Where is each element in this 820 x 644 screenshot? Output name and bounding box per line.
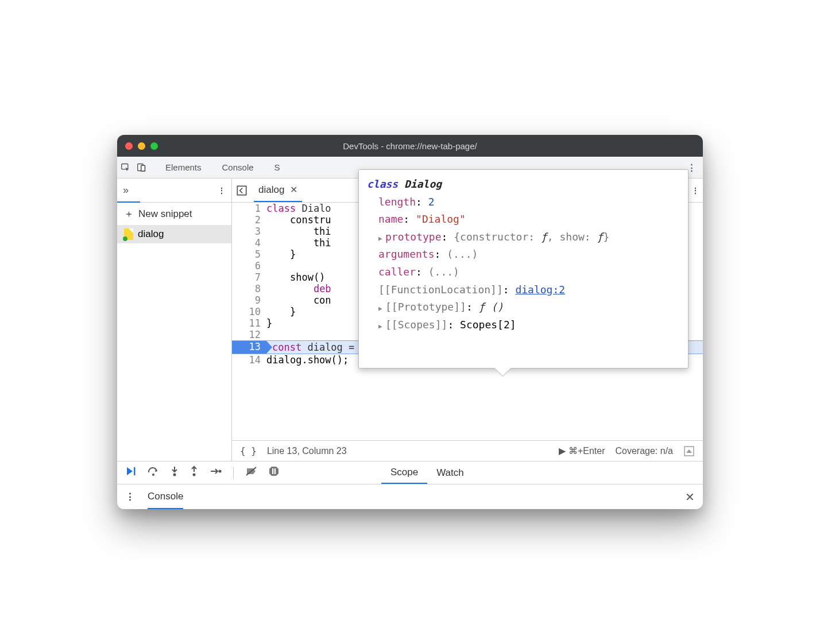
coverage-label: Coverage: n/a <box>615 446 673 456</box>
editor-menu-icon[interactable] <box>691 186 699 195</box>
nav-back-icon[interactable] <box>235 184 248 197</box>
code-line: con <box>266 294 331 306</box>
code-line: dialog.show(); <box>266 354 349 366</box>
code-line: } <box>266 306 296 317</box>
tab-elements[interactable]: Elements <box>155 157 212 178</box>
coverage-toggle-icon[interactable] <box>683 445 695 457</box>
devtools-window: DevTools - chrome://new-tab-page/ Elemen… <box>117 135 703 509</box>
code-line: } <box>266 317 272 329</box>
minimize-window-button[interactable] <box>138 142 145 150</box>
svg-rect-6 <box>134 467 136 475</box>
editor-statusbar: { } Line 13, Column 23 ▶ ⌘+Enter Coverag… <box>232 440 703 461</box>
close-drawer-icon[interactable]: ✕ <box>685 490 695 504</box>
svg-rect-12 <box>272 468 273 474</box>
close-window-button[interactable] <box>125 142 133 150</box>
svg-point-9 <box>193 474 196 476</box>
scope-pane-tab[interactable]: Scope <box>381 461 427 484</box>
object-preview-popover: class Dialog length: 2 name: "Dialog" pr… <box>358 169 689 368</box>
close-tab-icon[interactable]: ✕ <box>290 184 297 195</box>
navigator-expand-icon[interactable]: » <box>123 184 129 196</box>
window-title: DevTools - chrome://new-tab-page/ <box>117 141 703 151</box>
svg-point-10 <box>219 470 222 473</box>
plus-icon: ＋ <box>124 207 134 220</box>
navigator-menu-icon[interactable] <box>218 186 226 195</box>
pretty-print-icon[interactable]: { } <box>240 445 257 456</box>
navigator-sidebar: ＋ New snippet dialog <box>117 203 232 461</box>
function-location-link[interactable]: dialog:2 <box>515 284 565 296</box>
debugger-panes: Scope Watch <box>381 461 703 484</box>
snippet-item-label: dialog <box>138 228 164 240</box>
new-snippet-button[interactable]: ＋ New snippet <box>117 203 231 225</box>
code-line: constru <box>266 214 331 226</box>
svg-point-8 <box>173 474 176 476</box>
file-tab-dialog[interactable]: dialog ✕ <box>254 179 302 202</box>
resume-icon[interactable] <box>125 465 137 480</box>
device-toolbar-icon[interactable] <box>133 162 149 172</box>
watch-pane-tab[interactable]: Watch <box>427 461 473 484</box>
expand-icon[interactable] <box>378 228 385 246</box>
expand-icon[interactable] <box>378 298 385 316</box>
file-tab-label: dialog <box>258 184 284 196</box>
snippet-item[interactable]: dialog <box>117 225 231 243</box>
expand-icon[interactable] <box>378 316 385 334</box>
code-line: thi <box>266 237 331 249</box>
deactivate-breakpoints-icon[interactable] <box>245 465 258 480</box>
debugger-toolbar: Scope Watch <box>117 461 703 484</box>
svg-point-7 <box>152 474 154 476</box>
pause-exceptions-icon[interactable] <box>268 465 280 480</box>
tab-console[interactable]: Console <box>212 157 264 178</box>
snippet-file-icon <box>124 228 133 240</box>
gutter: 1 <box>232 203 266 214</box>
cursor-position: Line 13, Column 23 <box>267 446 347 456</box>
step-icon[interactable] <box>209 465 222 480</box>
code-line: class Dialo <box>266 203 331 214</box>
step-over-icon[interactable] <box>147 465 160 480</box>
svg-rect-13 <box>274 468 276 474</box>
svg-rect-2 <box>141 165 145 171</box>
zoom-window-button[interactable] <box>150 142 158 150</box>
step-out-icon[interactable] <box>189 465 199 480</box>
drawer-tab-console[interactable]: Console <box>148 484 183 509</box>
inspect-element-icon[interactable] <box>117 162 133 172</box>
code-line: } <box>266 249 296 260</box>
new-snippet-label: New snippet <box>138 208 192 220</box>
drawer-menu-icon[interactable] <box>125 491 135 503</box>
code-line: thi <box>266 226 331 237</box>
run-snippet-button[interactable]: ▶ ⌘+Enter <box>559 445 605 456</box>
console-drawer: Console ✕ <box>117 484 703 509</box>
step-into-icon[interactable] <box>170 465 179 480</box>
svg-rect-4 <box>237 186 246 195</box>
tab-sources[interactable]: S <box>264 157 291 178</box>
code-line: show() <box>266 271 331 283</box>
titlebar: DevTools - chrome://new-tab-page/ <box>117 135 703 157</box>
